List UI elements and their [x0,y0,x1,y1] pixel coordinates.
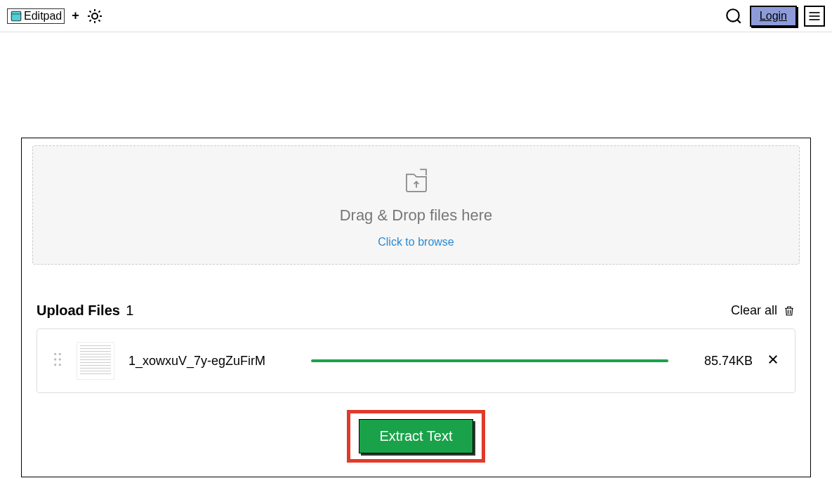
highlight-box: Extract Text [347,410,484,463]
hamburger-icon [807,9,821,23]
svg-rect-0 [11,11,21,21]
svg-line-9 [89,20,91,21]
svg-point-18 [54,353,56,355]
header-right: Login [725,6,825,27]
file-thumbnail [77,342,114,380]
svg-point-20 [54,358,56,360]
plus-icon[interactable]: + [72,8,79,23]
clear-all-button[interactable]: Clear all [731,303,795,318]
notebook-icon [10,10,22,22]
file-row: 1_xowxuV_7y-egZuFirM 85.74KB [37,329,795,393]
app-header: Editpad + Login [0,0,832,32]
sun-icon[interactable] [86,8,103,25]
upload-folder-icon [402,166,431,195]
svg-point-23 [59,364,61,366]
svg-point-22 [54,364,56,366]
logo-text: Editpad [24,10,62,22]
files-title-wrap: Upload Files 1 [37,303,133,319]
dropzone-title: Drag & Drop files here [340,206,493,225]
hamburger-menu-button[interactable] [804,6,825,27]
app-logo[interactable]: Editpad [7,8,65,24]
files-header: Upload Files 1 Clear all [37,303,795,319]
file-size: 85.74KB [682,354,753,369]
svg-line-8 [98,20,100,21]
extract-wrap: Extract Text [32,410,800,463]
browse-link[interactable]: Click to browse [378,236,454,248]
file-name: 1_xowxuV_7y-egZuFirM [128,354,297,369]
clear-all-label: Clear all [731,303,777,318]
header-left: Editpad + [7,8,103,25]
svg-line-10 [98,11,100,12]
upload-panel: Drag & Drop files here Click to browse U… [21,138,811,477]
files-count: 1 [126,303,133,318]
login-button[interactable]: Login [750,6,797,27]
svg-point-11 [727,9,739,21]
svg-line-7 [89,11,91,12]
files-title: Upload Files [37,303,120,318]
upload-progress-bar [311,359,668,362]
drag-handle[interactable] [53,352,62,370]
search-icon[interactable] [725,7,743,25]
close-icon [767,353,779,366]
svg-line-12 [737,20,740,22]
remove-file-button[interactable] [767,353,779,369]
dropzone[interactable]: Drag & Drop files here Click to browse [32,145,800,265]
svg-point-21 [59,358,61,360]
trash-icon [783,305,795,317]
extract-text-button[interactable]: Extract Text [359,419,473,453]
svg-point-2 [92,13,98,19]
svg-point-19 [59,353,61,355]
grip-icon [53,352,62,367]
